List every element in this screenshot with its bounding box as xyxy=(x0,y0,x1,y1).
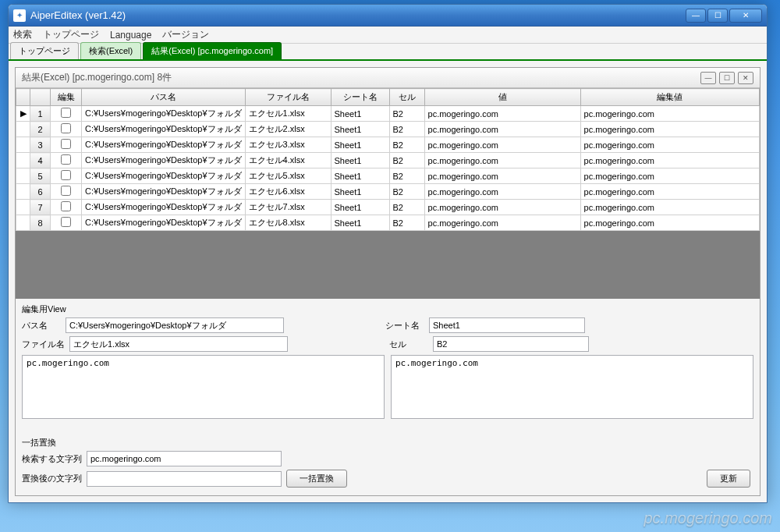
after-string-field[interactable] xyxy=(87,471,282,487)
cell-filename[interactable]: エクセル3.xlsx xyxy=(245,137,331,153)
cell-cell[interactable]: B2 xyxy=(389,153,424,168)
cell-path[interactable]: C:¥Users¥mogeringo¥Desktop¥フォルダ xyxy=(82,168,246,184)
cell-sheet[interactable]: Sheet1 xyxy=(331,168,389,184)
cell-filename[interactable]: エクセル8.xlsx xyxy=(245,215,331,231)
cell-value[interactable]: pc.mogeringo.com xyxy=(424,215,580,231)
edit-checkbox[interactable] xyxy=(61,154,71,165)
cell-filename[interactable]: エクセル2.xlsx xyxy=(245,122,331,137)
cell-value[interactable]: pc.mogeringo.com xyxy=(424,200,580,215)
cell-value[interactable]: pc.mogeringo.com xyxy=(424,106,580,122)
cell-cell[interactable]: B2 xyxy=(389,184,424,200)
cell-sheet[interactable]: Sheet1 xyxy=(331,122,389,137)
cell-cell[interactable]: B2 xyxy=(389,122,424,137)
cell-cell[interactable]: B2 xyxy=(389,200,424,215)
tab-result-excel[interactable]: 結果(Excel) [pc.mogeringo.com] xyxy=(143,42,282,59)
cell-editvalue[interactable]: pc.mogeringo.com xyxy=(580,184,759,200)
col-cell[interactable]: セル xyxy=(389,89,424,106)
sheet-field[interactable] xyxy=(429,317,585,333)
panel-maximize-button[interactable]: ☐ xyxy=(719,72,735,84)
cell-field[interactable] xyxy=(433,336,589,352)
cell-path[interactable]: C:¥Users¥mogeringo¥Desktop¥フォルダ xyxy=(82,215,246,231)
value-textarea[interactable] xyxy=(22,355,385,419)
row-number: 6 xyxy=(30,184,51,200)
menu-toppage[interactable]: トップページ xyxy=(43,28,99,41)
edit-checkbox[interactable] xyxy=(61,201,71,211)
edit-checkbox[interactable] xyxy=(61,123,71,133)
editvalue-textarea[interactable] xyxy=(391,355,753,419)
edit-checkbox[interactable] xyxy=(61,108,71,118)
col-edit[interactable]: 編集 xyxy=(51,89,82,106)
table-row[interactable]: ▶1C:¥Users¥mogeringo¥Desktop¥フォルダエクセル1.x… xyxy=(16,106,760,122)
table-row[interactable]: 2C:¥Users¥mogeringo¥Desktop¥フォルダエクセル2.xl… xyxy=(16,122,760,137)
edit-checkbox[interactable] xyxy=(61,139,71,149)
cell-sheet[interactable]: Sheet1 xyxy=(331,137,389,153)
cell-sheet[interactable]: Sheet1 xyxy=(331,106,389,122)
cell-editvalue[interactable]: pc.mogeringo.com xyxy=(580,106,759,122)
cell-editvalue[interactable]: pc.mogeringo.com xyxy=(580,122,759,137)
cell-filename[interactable]: エクセル5.xlsx xyxy=(245,168,331,184)
path-field[interactable] xyxy=(66,317,284,333)
cell-value[interactable]: pc.mogeringo.com xyxy=(424,137,580,153)
cell-filename[interactable]: エクセル6.xlsx xyxy=(245,184,331,200)
tab-search-excel[interactable]: 検索(Excel) xyxy=(80,42,141,59)
search-string-field[interactable] xyxy=(87,451,282,466)
cell-cell[interactable]: B2 xyxy=(389,168,424,184)
cell-filename[interactable]: エクセル4.xlsx xyxy=(245,153,331,168)
col-filename[interactable]: ファイル名 xyxy=(245,89,331,106)
tab-toppage[interactable]: トップページ xyxy=(10,42,79,59)
col-path[interactable]: パス名 xyxy=(82,89,246,106)
edit-checkbox[interactable] xyxy=(61,186,71,196)
cell-path[interactable]: C:¥Users¥mogeringo¥Desktop¥フォルダ xyxy=(82,106,246,122)
cell-path[interactable]: C:¥Users¥mogeringo¥Desktop¥フォルダ xyxy=(82,200,246,215)
minimize-button[interactable]: — xyxy=(686,9,706,23)
update-button[interactable]: 更新 xyxy=(707,470,750,488)
cell-value[interactable]: pc.mogeringo.com xyxy=(424,122,580,137)
cell-path[interactable]: C:¥Users¥mogeringo¥Desktop¥フォルダ xyxy=(82,184,246,200)
cell-value[interactable]: pc.mogeringo.com xyxy=(424,153,580,168)
col-editvalue[interactable]: 編集値 xyxy=(580,89,759,106)
edit-checkbox[interactable] xyxy=(61,217,71,227)
col-sheet[interactable]: シート名 xyxy=(331,89,389,106)
cell-editvalue[interactable]: pc.mogeringo.com xyxy=(580,215,759,231)
result-grid[interactable]: 編集 パス名 ファイル名 シート名 セル 値 編集値 ▶1C:¥Users¥mo… xyxy=(16,88,760,231)
titlebar[interactable]: ✦ AiperEditex (ver1.42) — ☐ ✕ xyxy=(9,5,767,27)
cell-sheet[interactable]: Sheet1 xyxy=(331,200,389,215)
menu-version[interactable]: バージョン xyxy=(162,28,209,41)
cell-editvalue[interactable]: pc.mogeringo.com xyxy=(580,168,759,184)
maximize-button[interactable]: ☐ xyxy=(707,9,728,23)
table-row[interactable]: 3C:¥Users¥mogeringo¥Desktop¥フォルダエクセル3.xl… xyxy=(16,137,760,153)
cell-editvalue[interactable]: pc.mogeringo.com xyxy=(580,137,759,153)
cell-path[interactable]: C:¥Users¥mogeringo¥Desktop¥フォルダ xyxy=(82,137,246,153)
menu-search[interactable]: 検索 xyxy=(13,28,32,41)
close-button[interactable]: ✕ xyxy=(729,9,762,23)
cell-sheet[interactable]: Sheet1 xyxy=(331,215,389,231)
panel-close-button[interactable]: ✕ xyxy=(738,72,753,84)
cell-value[interactable]: pc.mogeringo.com xyxy=(424,184,580,200)
table-row[interactable]: 8C:¥Users¥mogeringo¥Desktop¥フォルダエクセル8.xl… xyxy=(16,215,760,231)
cell-filename[interactable]: エクセル1.xlsx xyxy=(245,106,331,122)
table-row[interactable]: 4C:¥Users¥mogeringo¥Desktop¥フォルダエクセル4.xl… xyxy=(16,153,760,168)
panel-minimize-button[interactable]: — xyxy=(700,72,716,84)
cell-cell[interactable]: B2 xyxy=(389,137,424,153)
col-value[interactable]: 値 xyxy=(424,89,580,106)
row-number: 2 xyxy=(30,122,51,137)
cell-filename[interactable]: エクセル7.xlsx xyxy=(245,200,331,215)
table-row[interactable]: 7C:¥Users¥mogeringo¥Desktop¥フォルダエクセル7.xl… xyxy=(16,200,760,215)
cell-path[interactable]: C:¥Users¥mogeringo¥Desktop¥フォルダ xyxy=(82,122,246,137)
menu-language[interactable]: Language xyxy=(110,30,151,41)
cell-editvalue[interactable]: pc.mogeringo.com xyxy=(580,153,759,168)
grid-area: 編集 パス名 ファイル名 シート名 セル 値 編集値 ▶1C:¥Users¥mo… xyxy=(16,88,760,299)
cell-cell[interactable]: B2 xyxy=(389,215,424,231)
cell-editvalue[interactable]: pc.mogeringo.com xyxy=(580,200,759,215)
row-indicator-icon xyxy=(16,137,30,153)
cell-value[interactable]: pc.mogeringo.com xyxy=(424,168,580,184)
replace-all-button[interactable]: 一括置換 xyxy=(286,470,347,488)
table-row[interactable]: 5C:¥Users¥mogeringo¥Desktop¥フォルダエクセル5.xl… xyxy=(16,168,760,184)
edit-checkbox[interactable] xyxy=(61,170,71,180)
file-field[interactable] xyxy=(69,336,288,352)
cell-cell[interactable]: B2 xyxy=(389,106,424,122)
cell-sheet[interactable]: Sheet1 xyxy=(331,153,389,168)
cell-sheet[interactable]: Sheet1 xyxy=(331,184,389,200)
cell-path[interactable]: C:¥Users¥mogeringo¥Desktop¥フォルダ xyxy=(82,153,246,168)
table-row[interactable]: 6C:¥Users¥mogeringo¥Desktop¥フォルダエクセル6.xl… xyxy=(16,184,760,200)
